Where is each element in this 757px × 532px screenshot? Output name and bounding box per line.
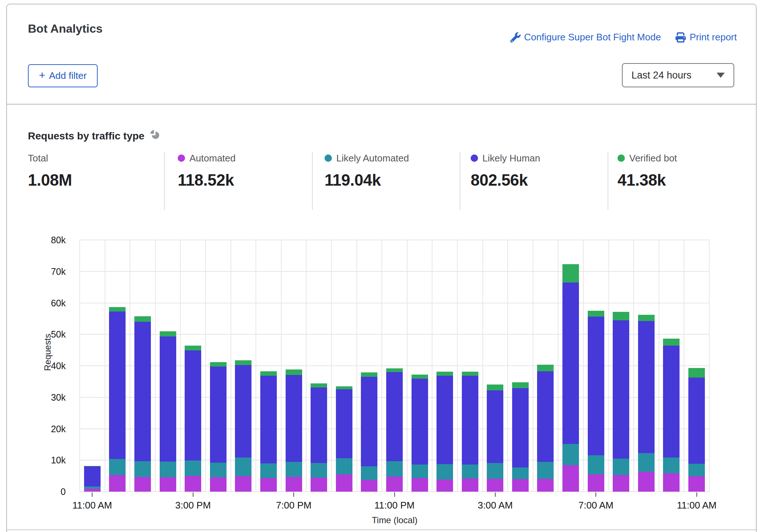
stat-verified-bot: Verified bot 41.38k (617, 152, 677, 211)
bar-segment-verified-bot (412, 375, 428, 379)
stacked-bar-12-00-pm[interactable] (109, 307, 126, 492)
x-axis-tick-label: 7:00 PM (276, 500, 312, 511)
bar-segment-automated (84, 489, 101, 492)
stacked-bar-9-00-pm[interactable] (336, 386, 352, 492)
bar-segment-verified-bot (336, 386, 352, 390)
stacked-bar-6-00-pm[interactable] (260, 371, 277, 492)
bar-segment-likely-human (512, 388, 529, 467)
stacked-bar-10-00-am[interactable] (663, 339, 680, 492)
bar-segment-likely-human (613, 320, 629, 459)
bar-segment-verified-bot (688, 368, 705, 378)
bar-slot (105, 240, 130, 492)
bar-segment-likely-automated (185, 460, 201, 476)
stacked-bar-2-00-am[interactable] (462, 372, 478, 492)
stat-total-value: 1.08M (28, 171, 72, 189)
bar-segment-likely-human (386, 372, 403, 461)
stacked-bar-2-00-pm[interactable] (160, 331, 176, 492)
bar-segment-likely-human (286, 375, 302, 462)
header-links: Configure Super Bot Fight Mode Print rep… (510, 32, 737, 43)
y-axis-tick-label: 50k (51, 329, 66, 340)
add-filter-button[interactable]: + Add filter (28, 64, 98, 87)
print-link-label: Print report (689, 32, 737, 43)
y-axis-tick-label: 70k (51, 266, 66, 277)
bar-segment-automated (588, 474, 604, 492)
bar-slot (130, 240, 155, 492)
stacked-bar-8-00-pm[interactable] (311, 383, 327, 492)
stat-total: Total 1.08M (28, 152, 72, 211)
bar-slot (684, 240, 709, 492)
stacked-bar-1-00-am[interactable] (437, 372, 453, 492)
y-axis-tick-label: 10k (51, 455, 66, 466)
stacked-bar-1-00-pm[interactable] (134, 316, 151, 492)
stacked-bar-8-00-am[interactable] (613, 312, 629, 492)
y-axis-tick-label: 60k (51, 298, 66, 308)
stacked-bar-3-00-pm[interactable] (185, 346, 201, 492)
bar-segment-automated (210, 477, 227, 492)
x-axis-tick-label: 3:00 PM (175, 500, 211, 511)
stat-likely-human-label: Likely Human (482, 153, 540, 164)
bar-segment-likely-human (562, 283, 579, 444)
bar-segment-likely-human (160, 336, 176, 461)
y-axis-title: Requests (43, 334, 53, 371)
bar-segment-automated (286, 477, 302, 492)
stacked-bar-4-00-pm[interactable] (210, 362, 227, 492)
stat-likely-human: Likely Human 802.56k (471, 152, 540, 211)
bar-segment-likely-human (260, 376, 277, 463)
x-axis-tick (193, 492, 193, 497)
bar-slot (483, 240, 508, 492)
automated-dot-icon (178, 154, 185, 162)
stacked-bar-9-00-am[interactable] (638, 315, 655, 492)
time-range-value: Last 24 hours (631, 70, 692, 81)
bar-segment-likely-human (412, 379, 428, 464)
time-range-select[interactable]: Last 24 hours (622, 63, 734, 87)
stacked-bar-5-00-am[interactable] (537, 365, 554, 492)
bar-segment-likely-automated (361, 466, 377, 480)
bar-segment-automated (311, 478, 327, 492)
bar-slot (583, 240, 609, 492)
verified-bot-dot-icon (617, 154, 625, 162)
stacked-bar-5-00-pm[interactable] (235, 360, 251, 492)
stacked-bar-11-00-pm[interactable] (386, 368, 403, 492)
bar-segment-automated (663, 473, 680, 492)
x-axis-title: Time (local) (372, 515, 417, 525)
bar-segment-likely-human (109, 311, 126, 459)
bar-segment-verified-bot (235, 360, 251, 365)
bar-segment-likely-automated (562, 444, 579, 465)
print-report-link[interactable]: Print report (675, 32, 737, 43)
stacked-bar-11-00-am[interactable] (688, 368, 705, 492)
x-axis-tick-label: 7:00 AM (579, 500, 613, 511)
bar-segment-likely-human (134, 322, 151, 461)
wrench-icon (510, 32, 521, 43)
bar-segment-likely-automated (688, 464, 705, 476)
stacked-bar-6-00-am[interactable] (562, 264, 579, 492)
stat-likely-human-value: 802.56k (471, 171, 540, 189)
stacked-bar-3-00-am[interactable] (487, 385, 503, 492)
stat-separator (460, 152, 460, 210)
x-axis-tick-label: 11:00 AM (677, 500, 717, 511)
y-axis-tick-label: 0 (61, 487, 66, 497)
bar-segment-likely-automated (336, 458, 352, 474)
bar-segment-likely-human (311, 387, 327, 463)
bar-slot (206, 240, 231, 492)
bar-slot (256, 240, 281, 492)
stat-likely-automated-label: Likely Automated (336, 153, 409, 164)
bar-slot (634, 240, 659, 492)
stacked-bar-7-00-pm[interactable] (286, 369, 302, 492)
stacked-bar-12-00-am[interactable] (412, 375, 428, 492)
bar-segment-verified-bot (109, 307, 126, 311)
bar-segment-likely-automated (286, 462, 302, 477)
y-axis-tick-label: 20k (51, 423, 66, 434)
x-axis-tick-label: 3:00 AM (478, 500, 512, 511)
stacked-bar-4-00-am[interactable] (512, 382, 529, 492)
stacked-bar-10-00-pm[interactable] (361, 372, 377, 492)
configure-super-bot-fight-mode-link[interactable]: Configure Super Bot Fight Mode (510, 32, 661, 43)
bar-segment-likely-automated (512, 467, 529, 479)
bar-segment-likely-automated (613, 459, 629, 475)
traffic-type-stats: Total 1.08M Automated 118.52k Likely Aut… (7, 152, 756, 211)
stacked-bar-7-00-am[interactable] (588, 311, 604, 492)
bar-segment-verified-bot (462, 372, 478, 376)
bar-slot (608, 240, 634, 492)
bar-segment-likely-automated (134, 461, 151, 477)
stacked-bar-11-00-am[interactable] (84, 466, 101, 492)
bar-slot (80, 240, 105, 492)
